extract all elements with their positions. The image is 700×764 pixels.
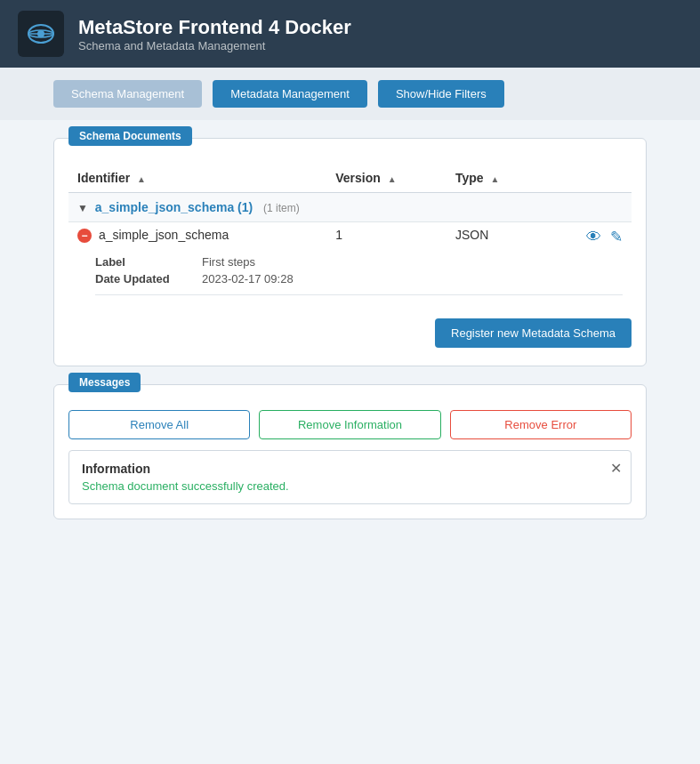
register-metadata-schema-button[interactable]: Register new Metadata Schema bbox=[435, 318, 632, 348]
table-row: − a_simple_json_schema 1 JSON 👁 ✎ bbox=[68, 222, 632, 253]
info-message-title: Information bbox=[82, 462, 599, 476]
remove-error-button[interactable]: Remove Error bbox=[450, 410, 632, 439]
remove-information-button[interactable]: Remove Information bbox=[259, 410, 440, 439]
col-type: Type ▲ bbox=[447, 164, 541, 193]
schema-documents-panel: Schema Documents Identifier ▲ Version ▲ bbox=[53, 138, 647, 366]
app-title-block: MetaStore Frontend 4 Docker Schema and M… bbox=[78, 16, 351, 52]
col-identifier: Identifier ▲ bbox=[68, 164, 326, 193]
remove-all-button[interactable]: Remove All bbox=[68, 410, 250, 439]
col-version: Version ▲ bbox=[326, 164, 447, 193]
collapse-group-button[interactable]: ▼ bbox=[77, 202, 88, 214]
messages-panel-body: Remove All Remove Information Remove Err… bbox=[54, 385, 646, 519]
messages-panel: Messages Remove All Remove Information R… bbox=[53, 384, 647, 519]
label-key: Label bbox=[95, 255, 202, 269]
app-subtitle: Schema and Metadata Management bbox=[78, 39, 351, 52]
metadata-management-button[interactable]: Metadata Management bbox=[213, 80, 367, 108]
table-header-row: Identifier ▲ Version ▲ Type ▲ bbox=[68, 164, 632, 193]
main-content: Schema Documents Identifier ▲ Version ▲ bbox=[0, 120, 700, 555]
date-value: 2023-02-17 09:28 bbox=[202, 272, 623, 285]
row-version: 1 bbox=[335, 228, 342, 242]
view-icon[interactable]: 👁 bbox=[586, 229, 601, 245]
app-title: MetaStore Frontend 4 Docker bbox=[78, 16, 351, 39]
info-message-text: Schema document successfully created. bbox=[82, 479, 599, 493]
message-buttons-row: Remove All Remove Information Remove Err… bbox=[68, 410, 632, 439]
group-count: (1 item) bbox=[263, 202, 300, 214]
close-message-button[interactable]: ✕ bbox=[610, 460, 622, 477]
table-detail-row: Label First steps Date Updated 2023-02-1… bbox=[68, 252, 632, 304]
sort-version-icon[interactable]: ▲ bbox=[388, 174, 397, 184]
group-name: a_simple_json_schema (1) bbox=[95, 200, 253, 214]
row-version-cell: 1 bbox=[326, 222, 447, 253]
show-hide-filters-button[interactable]: Show/Hide Filters bbox=[378, 80, 504, 108]
table-group-row: ▼ a_simple_json_schema (1) (1 item) bbox=[68, 193, 632, 222]
label-value: First steps bbox=[202, 255, 623, 269]
row-type: JSON bbox=[455, 228, 488, 242]
row-type-cell: JSON bbox=[447, 222, 541, 253]
svg-point-4 bbox=[37, 30, 44, 37]
navigation-bar: Schema Management Metadata Management Sh… bbox=[0, 68, 700, 120]
info-message-box: Information Schema document successfully… bbox=[68, 450, 632, 504]
messages-label: Messages bbox=[68, 373, 141, 392]
row-identifier: a_simple_json_schema bbox=[99, 228, 229, 242]
collapse-row-icon[interactable]: − bbox=[77, 229, 92, 243]
app-logo bbox=[18, 11, 64, 57]
edit-icon[interactable]: ✎ bbox=[610, 229, 623, 245]
schema-documents-label: Schema Documents bbox=[68, 126, 192, 146]
group-row-cell: ▼ a_simple_json_schema (1) (1 item) bbox=[68, 193, 632, 222]
schema-panel-body: Identifier ▲ Version ▲ Type ▲ bbox=[54, 139, 646, 366]
app-header: MetaStore Frontend 4 Docker Schema and M… bbox=[0, 0, 700, 68]
sort-type-icon[interactable]: ▲ bbox=[491, 174, 500, 184]
row-actions-cell: 👁 ✎ bbox=[541, 222, 632, 253]
detail-cell: Label First steps Date Updated 2023-02-1… bbox=[68, 252, 632, 304]
detail-grid: Label First steps Date Updated 2023-02-1… bbox=[95, 255, 623, 295]
schema-table: Identifier ▲ Version ▲ Type ▲ bbox=[68, 164, 632, 304]
row-identifier-cell: − a_simple_json_schema bbox=[68, 222, 326, 253]
date-key: Date Updated bbox=[95, 272, 202, 285]
sort-identifier-icon[interactable]: ▲ bbox=[137, 174, 146, 184]
col-actions bbox=[541, 164, 632, 193]
schema-management-button[interactable]: Schema Management bbox=[53, 80, 202, 108]
